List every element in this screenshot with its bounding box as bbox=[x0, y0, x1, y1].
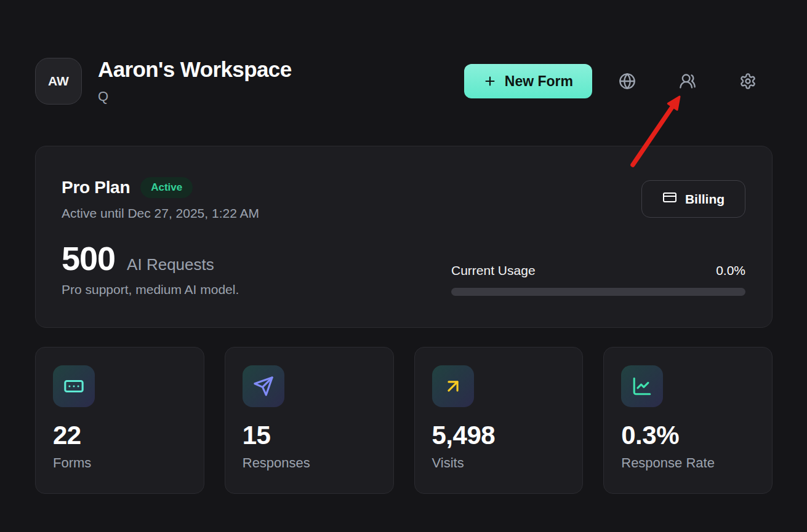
stat-card-response-rate[interactable]: 0.3% Response Rate bbox=[603, 347, 773, 494]
usage-value: 0.0% bbox=[716, 263, 745, 278]
settings-icon[interactable] bbox=[739, 73, 757, 90]
stat-card-visits[interactable]: 5,498 Visits bbox=[414, 347, 584, 494]
avatar-initials: AW bbox=[48, 74, 69, 89]
stat-label: Visits bbox=[432, 455, 566, 471]
billing-label: Billing bbox=[685, 192, 725, 207]
plan-info: Pro Plan Active Active until Dec 27, 202… bbox=[62, 177, 259, 221]
form-field-icon bbox=[53, 365, 95, 407]
plus-icon bbox=[483, 74, 497, 88]
stat-value: 0.3% bbox=[621, 423, 755, 448]
ai-requests-label: AI Requests bbox=[127, 255, 214, 274]
plan-name: Pro Plan bbox=[62, 178, 130, 197]
users-icon[interactable] bbox=[679, 73, 696, 90]
plan-active-until: Active until Dec 27, 2025, 1:22 AM bbox=[62, 206, 259, 221]
page-subtitle: Q bbox=[98, 89, 292, 105]
stat-value: 22 bbox=[53, 423, 187, 448]
new-form-button[interactable]: New Form bbox=[464, 64, 592, 98]
workspace-avatar[interactable]: AW bbox=[35, 58, 82, 105]
credit-card-icon bbox=[662, 190, 677, 208]
stat-label: Response Rate bbox=[621, 455, 755, 471]
send-icon bbox=[243, 365, 284, 407]
plan-card: Pro Plan Active Active until Dec 27, 202… bbox=[35, 146, 773, 328]
workspace-title-block: Aaron's Workspace Q bbox=[98, 58, 292, 105]
usage-block: Current Usage 0.0% bbox=[451, 263, 745, 296]
stat-value: 15 bbox=[243, 423, 376, 448]
billing-button[interactable]: Billing bbox=[641, 180, 745, 218]
stat-label: Responses bbox=[243, 455, 376, 471]
stats-row: 22 Forms 15 Responses 5,498 Visits 0.3% … bbox=[35, 347, 773, 494]
globe-icon[interactable] bbox=[619, 73, 636, 90]
stat-value: 5,498 bbox=[432, 423, 566, 448]
arrow-up-right-icon bbox=[432, 365, 474, 407]
page-title: Aaron's Workspace bbox=[98, 58, 292, 82]
chart-line-icon bbox=[621, 365, 663, 407]
usage-label: Current Usage bbox=[451, 263, 536, 278]
ai-requests-count: 500 bbox=[62, 242, 115, 275]
plan-status-badge: Active bbox=[140, 177, 193, 198]
new-form-label: New Form bbox=[505, 73, 573, 90]
stat-card-responses[interactable]: 15 Responses bbox=[225, 347, 394, 494]
plan-description: Pro support, medium AI model. bbox=[62, 282, 239, 297]
stat-card-forms[interactable]: 22 Forms bbox=[35, 347, 204, 494]
stat-label: Forms bbox=[53, 455, 187, 471]
requests-info: 500 AI Requests Pro support, medium AI m… bbox=[62, 242, 239, 297]
workspace-header: AW Aaron's Workspace Q New Form bbox=[0, 0, 807, 105]
usage-progress-track bbox=[451, 288, 745, 296]
